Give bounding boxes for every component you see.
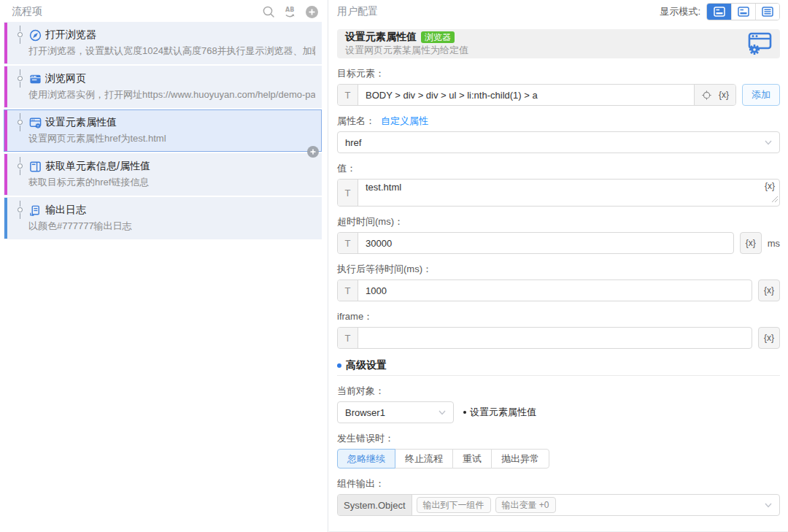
output-tag-variables[interactable]: 输出变量 +0 [495,497,556,513]
rename-icon[interactable]: AB [283,5,297,19]
output-log-icon [28,204,42,217]
node-connector [16,26,23,44]
browser-settings-icon [746,32,773,55]
value-text[interactable]: test.html [366,182,401,193]
flow-item-title: 设置元素属性值 [45,116,117,129]
user-config-panel: 用户配置 显示模式: 设置元素属性值 浏览器 设置网页元素 [329,0,788,532]
advanced-settings-toggle[interactable]: 高级设置 [337,359,780,371]
get-element-info-icon [28,160,42,173]
variable-icon[interactable]: {x} [740,232,762,254]
advanced-settings-label: 高级设置 [346,359,387,372]
display-mode-list-icon[interactable] [755,4,779,20]
on-error-label: 发生错误时： [337,433,780,444]
flow-item-desc: 以颜色#777777输出日志 [28,220,315,233]
error-option-ignore-continue[interactable]: 忽略继续 [337,449,395,469]
search-icon[interactable] [261,5,275,19]
current-object-label: 当前对象： [337,385,780,396]
flow-item-browse-page[interactable]: 浏览网页 使用浏览器实例，打开网址https://www.huoyuyan.co… [4,66,322,108]
variable-icon[interactable]: {x} [758,327,780,349]
flow-item-get-element-info[interactable]: 获取单元素信息/属性值 获取目标元素的href链接信息 [4,153,322,196]
chevron-down-icon [438,408,447,417]
variable-icon[interactable]: {x} [719,90,729,100]
item-color-bar [4,66,7,107]
on-error-options: 忽略继续 终止流程 重试 抛出异常 [337,449,549,469]
resize-handle[interactable] [772,193,778,204]
insert-step-icon[interactable] [307,146,319,158]
timeout-value[interactable]: 30000 [358,233,733,253]
timeout-label: 超时时间(ms)： [337,216,780,227]
wait-after-input[interactable]: T 1000 [337,280,752,301]
text-type-prefix: T [338,328,358,348]
node-connector [16,157,23,175]
value-label: 值： [337,163,780,174]
section-divider [337,375,780,376]
chevron-down-icon [764,138,773,147]
custom-attribute-link[interactable]: 自定义属性 [381,115,428,126]
timeout-unit: ms [768,238,780,249]
variable-icon[interactable]: {x} [758,280,780,301]
attribute-name-label: 属性名： 自定义属性 [337,115,780,126]
node-connector [16,113,23,131]
add-flow-item-icon[interactable] [305,5,319,19]
item-color-bar [4,110,7,151]
flow-item-title: 输出日志 [45,204,86,217]
component-category-badge: 浏览器 [421,31,455,43]
flow-item-desc: 获取目标元素的href链接信息 [28,176,315,189]
text-type-prefix: T [338,180,358,206]
target-element-input[interactable]: T BODY > div > div > ul > li:nth-child(1… [337,84,736,106]
error-option-stop-flow[interactable]: 终止流程 [395,449,453,469]
app-window: 流程项 AB [0,0,788,532]
iframe-input[interactable]: T [337,327,752,349]
text-type-prefix: T [338,233,358,253]
value-textarea[interactable]: T test.html {x} [337,179,780,207]
attribute-name-select[interactable]: href [337,131,780,153]
browse-page-icon [28,72,42,85]
component-output-select[interactable]: System.Object 输出到下一组件 输出变量 +0 [337,494,780,516]
flow-items-panel: 流程项 AB [0,0,328,532]
config-header: 用户配置 显示模式: [337,0,780,22]
attribute-name-value: href [345,137,764,148]
component-title: 设置元素属性值 [345,31,417,44]
flow-panel-header: 流程项 AB [0,0,328,22]
item-color-bar [4,23,7,63]
component-subtitle: 设置网页元素某属性为给定值 [345,44,746,57]
output-type: System.Object [338,495,412,515]
config-panel-title: 用户配置 [337,5,660,18]
set-attribute-icon [28,116,42,129]
variable-icon[interactable]: {x} [765,181,775,191]
error-option-retry[interactable]: 重试 [452,449,492,469]
node-connector [16,69,23,88]
error-option-throw[interactable]: 抛出异常 [491,449,549,469]
display-mode-card-icon[interactable] [707,4,731,20]
current-object-value: Browser1 [345,407,438,418]
target-picker-icon[interactable] [701,90,712,101]
add-target-button[interactable]: 添加 [742,84,780,106]
flow-item-desc: 使用浏览器实例，打开网址https://www.huoyuyan.com/hel… [28,88,315,101]
timeout-input[interactable]: T 30000 [337,232,734,254]
target-element-value[interactable]: BODY > div > div > ul > li:nth-child(1) … [358,85,694,105]
text-type-prefix: T [338,85,358,105]
flow-list: 打开浏览器 打开浏览器，设置默认宽度1024默认高度768并执行显示浏览器、加载… [0,22,328,239]
output-tag-next-component[interactable]: 输出到下一组件 [417,497,491,513]
flow-item-set-attribute[interactable]: 设置元素属性值 设置网页元素属性href为test.html [4,109,322,152]
flow-item-title: 打开浏览器 [45,28,96,42]
current-object-note: 设置元素属性值 [463,406,536,419]
chevron-down-icon [764,501,773,509]
text-type-prefix: T [338,280,358,301]
iframe-value[interactable] [358,328,752,348]
flow-panel-title: 流程项 [12,5,261,18]
wait-after-value[interactable]: 1000 [358,280,752,301]
component-card: 设置元素属性值 浏览器 设置网页元素某属性为给定值 [337,29,780,58]
wait-after-label: 执行后等待时间(ms)： [337,263,780,274]
flow-item-desc: 设置网页元素属性href为test.html [28,132,315,145]
flow-item-output-log[interactable]: 输出日志 以颜色#777777输出日志 [4,197,322,239]
flow-item-open-browser[interactable]: 打开浏览器 打开浏览器，设置默认宽度1024默认高度768并执行显示浏览器、加载… [4,22,322,64]
display-mode-split-icon[interactable] [731,4,755,20]
item-color-bar [4,154,7,195]
component-output-label: 组件输出： [337,478,780,489]
iframe-label: iframe： [337,311,780,322]
current-object-select[interactable]: Browser1 [337,401,454,423]
attribute-name-label-text: 属性名： [337,115,375,126]
display-mode-label: 显示模式: [660,5,700,18]
svg-text:AB: AB [285,6,294,12]
